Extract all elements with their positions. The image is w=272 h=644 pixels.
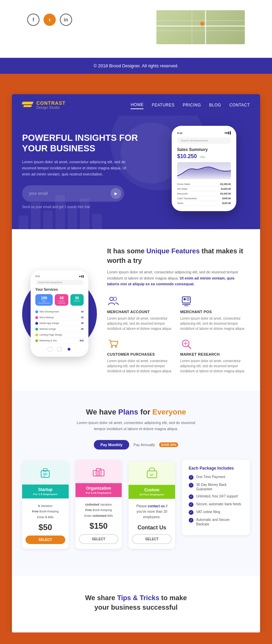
features-grid: MERCHANT ACCOUNT Lorem ipsum dolor sit a… bbox=[107, 295, 247, 374]
hero-email-input[interactable] bbox=[29, 191, 111, 196]
merchant-account-title: MERCHANT ACCOUNT bbox=[107, 310, 173, 314]
pay-monthly-button[interactable]: Pay Monthly bbox=[94, 440, 130, 450]
svg-rect-1 bbox=[57, 347, 62, 351]
svg-rect-23 bbox=[99, 470, 104, 476]
svg-rect-16 bbox=[41, 471, 49, 477]
phone-time: 9:41 bbox=[177, 132, 183, 135]
merchant-pos-title: MERCHANT POS bbox=[180, 310, 247, 314]
nav-contact[interactable]: CONTACT bbox=[229, 101, 250, 109]
orange-bottom bbox=[0, 632, 272, 643]
startup-amount: $50 bbox=[26, 523, 65, 532]
nav-blog[interactable]: BLOG bbox=[209, 101, 221, 109]
contact-us-cta: Contact Us bbox=[132, 525, 172, 531]
merchant-account-desc: Lorem ipsum dolor sit amet, consectetur … bbox=[107, 316, 173, 331]
hero-send-button[interactable]: ► bbox=[111, 188, 121, 199]
package-title: Each Package Includes bbox=[189, 466, 243, 471]
linkedin-icon[interactable]: in bbox=[60, 14, 72, 26]
phone-stats: Gross Sales$3,309.00 Net Sales$1325.00 D… bbox=[177, 182, 231, 206]
svg-point-0 bbox=[48, 347, 52, 352]
merchant-account-icon bbox=[107, 295, 119, 308]
customer-purchases-icon bbox=[107, 338, 119, 350]
social-icons-group: f t in bbox=[27, 10, 72, 26]
package-item-4: ✓ Secure, automatic bank feeds bbox=[189, 502, 243, 507]
nav-features[interactable]: FEATURES bbox=[152, 101, 174, 109]
copyright-bar: © 2018 Brood Designer. All rights reserv… bbox=[0, 58, 272, 74]
svg-rect-6 bbox=[184, 298, 186, 300]
hero-content: POWERFUL INSIGHTS FOR YOUR BUSINESS Lore… bbox=[22, 133, 151, 209]
hero-section: POWERFUL INSIGHTS FOR YOUR BUSINESS Lore… bbox=[12, 116, 260, 229]
svg-point-4 bbox=[113, 297, 117, 301]
custom-contact-text: Please contact us if you've more than 20… bbox=[132, 504, 172, 520]
features-phone-wrap: 9:41 Search All transactions Your Servic… bbox=[26, 264, 94, 357]
phone-chart bbox=[177, 162, 231, 179]
customer-purchases-desc: Lorem ipsum dolor sit amet, consectetur … bbox=[107, 358, 173, 374]
hero-desc: Lorem ipsum dolor sit amet, consectetur … bbox=[22, 159, 131, 177]
tips-section: We share Tips & Tricks to make your busi… bbox=[12, 576, 260, 632]
package-item-3: ✓ Unlimited, free 24/7 support bbox=[189, 494, 243, 499]
prev-footer-section: f t in bbox=[0, 0, 272, 58]
hero-title: POWERFUL INSIGHTS FOR YOUR BUSINESS bbox=[22, 133, 151, 154]
hero-email-form: ► bbox=[22, 185, 124, 202]
features-content: It has some Unique Features that makes i… bbox=[107, 246, 247, 374]
svg-point-3 bbox=[110, 297, 113, 301]
hero-phone-mockup: 9:41 Search All transactions Sales Summu… bbox=[172, 126, 236, 211]
pricing-card-startup: Startup for 1-5 employees 5 Variation Fr… bbox=[22, 461, 69, 549]
feature-market-research: MARKET RESEARCH Lorem ipsum dolor sit am… bbox=[180, 338, 247, 374]
copyright-text: © 2018 Brood Designer. All rights reserv… bbox=[94, 63, 178, 68]
custom-select-button[interactable]: SELECT bbox=[132, 534, 172, 544]
phone-search: Search All transactions bbox=[177, 137, 231, 144]
save-badge: SAVE 10% bbox=[159, 442, 178, 447]
pricing-desc: Lorem ipsum dolor sit amet, consectetur … bbox=[71, 420, 201, 432]
phone-sales-title: Sales Summury bbox=[177, 147, 231, 152]
twitter-icon[interactable]: t bbox=[44, 14, 56, 26]
landing-page: CONTRAST Design Studio HOME FEATURES PRI… bbox=[12, 94, 260, 632]
customer-purchases-title: CUSTOMER PURCHASES bbox=[107, 352, 173, 356]
hero-phone-container: 9:41 Search All transactions Sales Summu… bbox=[172, 122, 253, 229]
pricing-card-custom: Custom 20 plus employees Please contact … bbox=[129, 461, 175, 549]
org-select-button[interactable]: SELECT bbox=[79, 534, 119, 544]
package-item-6: ✓ Automatic and Secure Backups bbox=[189, 518, 243, 526]
nav-logo: CONTRAST Design Studio bbox=[22, 100, 66, 109]
features-section: 9:41 Search All transactions Your Servic… bbox=[12, 229, 260, 391]
feature-merchant-pos: MERCHANT POS Lorem ipsum dolor sit amet,… bbox=[180, 295, 247, 331]
orange-gap-top bbox=[0, 74, 272, 94]
logo-icon bbox=[22, 102, 33, 108]
phone-change: -5% bbox=[200, 155, 205, 159]
startup-select-button[interactable]: SELECT bbox=[26, 536, 65, 544]
hero-note: Send us your email and get 1 month free … bbox=[22, 205, 151, 209]
pricing-toggle: Pay Monthly Pay Annually SAVE 10% bbox=[22, 440, 250, 450]
nav-pricing[interactable]: PRICING bbox=[183, 101, 201, 109]
package-box: Each Package Includes ✓ One Time Payment… bbox=[182, 460, 250, 535]
tips-subtitle: your business successful bbox=[22, 603, 250, 612]
market-research-icon bbox=[180, 338, 192, 350]
logo-title: CONTRAST bbox=[36, 100, 66, 106]
nav-links: HOME FEATURES PRICING BLOG CONTACT bbox=[131, 101, 250, 109]
merchant-pos-icon bbox=[180, 295, 192, 308]
market-research-desc: Lorem ipsum dolor sit amet, consectetur … bbox=[180, 358, 247, 374]
logo-subtitle: Design Studio bbox=[36, 106, 66, 109]
pay-annually-label: Pay Annually bbox=[133, 443, 155, 447]
package-item-5: ✓ VAT online filing bbox=[189, 510, 243, 515]
features-title: It has some Unique Features that makes i… bbox=[107, 246, 247, 265]
org-amount: $150 bbox=[79, 521, 119, 531]
nav-home[interactable]: HOME bbox=[131, 101, 143, 109]
svg-line-13 bbox=[188, 346, 191, 349]
feature-merchant-account: MERCHANT ACCOUNT Lorem ipsum dolor sit a… bbox=[107, 295, 173, 331]
svg-point-2 bbox=[68, 348, 70, 351]
facebook-icon[interactable]: f bbox=[27, 14, 39, 26]
phone-amount: $10.250 bbox=[177, 153, 197, 159]
logo-text: CONTRAST Design Studio bbox=[36, 100, 66, 109]
merchant-pos-desc: Lorem ipsum dolor sit amet, consectetur … bbox=[180, 316, 247, 331]
pricing-title: We have Plans for Everyone bbox=[22, 408, 250, 417]
package-item-2: ✓ 30 Day Money Back Guarantee bbox=[189, 482, 243, 491]
pricing-section: We have Plans for Everyone Lorem ipsum d… bbox=[12, 391, 260, 576]
svg-rect-9 bbox=[184, 305, 188, 306]
svg-point-10 bbox=[111, 346, 113, 348]
features-phone-mockup: 9:41 Search All transactions Your Servic… bbox=[31, 270, 88, 357]
features-desc: Lorem ipsum dolor sit amet, consectetur … bbox=[107, 269, 247, 287]
map-placeholder bbox=[156, 10, 245, 44]
feature-customer-purchases: CUSTOMER PURCHASES Lorem ipsum dolor sit… bbox=[107, 338, 173, 374]
nav-bar: CONTRAST Design Studio HOME FEATURES PRI… bbox=[12, 94, 260, 116]
tips-title: We share Tips & Tricks to make bbox=[22, 593, 250, 603]
market-research-title: MARKET RESEARCH bbox=[180, 352, 247, 356]
